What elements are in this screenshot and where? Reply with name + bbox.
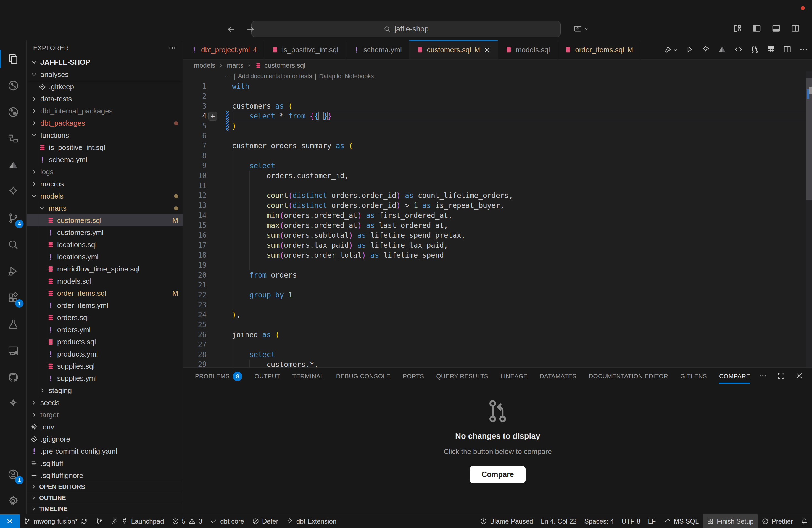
panel-tab-problems[interactable]: PROBLEMS 8: [195, 368, 242, 385]
status-blame[interactable]: Blame Paused: [476, 514, 537, 528]
tree-item-order_items.sql[interactable]: order_items.sqlM: [27, 287, 183, 299]
code-line-23[interactable]: 23: [184, 300, 812, 310]
status-encoding[interactable]: UTF-8: [618, 514, 644, 528]
tree-item-models.sql[interactable]: models.sql: [27, 275, 183, 287]
add-annotation-button[interactable]: +: [208, 112, 217, 121]
tree-item-.sqlfluff[interactable]: .sqlfluff: [27, 457, 183, 469]
close-panel-icon[interactable]: [795, 371, 804, 380]
activity-item-mountain[interactable]: [0, 152, 26, 178]
customize-layout-icon[interactable]: [733, 24, 742, 33]
activity-item-source-control[interactable]: 4: [0, 205, 26, 231]
code-line-16[interactable]: 16 sum(orders.subtotal) as lifetime_spen…: [184, 230, 812, 240]
tree-item-analyses[interactable]: analyses: [27, 69, 183, 80]
tree-item-.pre-commit-config.yaml[interactable]: .pre-commit-config.yaml: [27, 445, 183, 457]
tree-item-orders.yml[interactable]: orders.yml: [27, 324, 183, 336]
code-line-6[interactable]: 6: [184, 131, 812, 141]
tree-item-locations.sql[interactable]: locations.sql: [27, 239, 183, 251]
code-line-18[interactable]: 18 sum(orders.order_total) as lifetime_s…: [184, 250, 812, 260]
code-line-21[interactable]: 21: [184, 280, 812, 290]
status-git-graph[interactable]: [92, 514, 107, 528]
codelens-dots[interactable]: ⋯: [225, 73, 231, 80]
tree-item-products.sql[interactable]: products.sql: [27, 336, 183, 348]
panel-tab-lineage[interactable]: LINEAGE: [501, 368, 527, 385]
code-line-13[interactable]: 13 count(distinct orders.order_id) > 1 a…: [184, 201, 812, 210]
code-line-3[interactable]: 3 customers as (: [184, 101, 812, 111]
action-pr[interactable]: [750, 45, 759, 55]
tree-item-metricflow_time_spine.sql[interactable]: metricflow_time_spine.sql: [27, 263, 183, 275]
tree-item-orders.sql[interactable]: orders.sql: [27, 311, 183, 324]
code-line-7[interactable]: 7 customer_orders_summary as (: [184, 141, 812, 151]
tree-item-products.yml[interactable]: products.yml: [27, 348, 183, 360]
activity-item-dbt[interactable]: [0, 178, 26, 205]
activity-item-extensions[interactable]: 1: [0, 284, 26, 311]
tree-item-logs[interactable]: logs: [27, 166, 183, 178]
tree-item-.gitkeep[interactable]: .gitkeep: [27, 80, 183, 93]
tree-item-.gitignore[interactable]: .gitignore: [27, 433, 183, 445]
tree-item-target[interactable]: target: [27, 409, 183, 421]
tab-order_items.sql[interactable]: order_items.sql M: [557, 40, 640, 59]
command-center-search[interactable]: jaffle-shop: [251, 21, 561, 37]
activity-item-scm-circle[interactable]: [0, 72, 26, 99]
status-finish-setup[interactable]: Finish Setup: [702, 514, 757, 528]
activity-item-remote-explorer[interactable]: [0, 337, 26, 364]
code-line-12[interactable]: 12 count(distinct orders.order_id) as co…: [184, 191, 812, 201]
action-mountain[interactable]: [717, 45, 727, 55]
workspace-root-row[interactable]: JAFFLE-SHOP: [27, 56, 183, 69]
breadcrumb-item-marts[interactable]: marts: [227, 62, 243, 69]
action-split[interactable]: [783, 45, 792, 55]
panel-tab-datamates[interactable]: DATAMATES: [540, 368, 576, 385]
code-line-2[interactable]: 2: [184, 91, 812, 101]
toggle-secondary-sidebar-icon[interactable]: [791, 24, 800, 33]
code-line-29[interactable]: 29 customers.*,: [184, 360, 812, 367]
panel-tab-terminal[interactable]: TERMINAL: [292, 368, 324, 385]
breadcrumb-item-models[interactable]: models: [194, 62, 215, 69]
action-more[interactable]: [799, 45, 808, 55]
tab-schema.yml[interactable]: schema.yml: [346, 40, 409, 59]
status-defer[interactable]: Defer: [248, 514, 282, 528]
tree-item-is_positive_int.sql[interactable]: is_positive_int.sql: [27, 142, 183, 153]
status-dbt-core[interactable]: dbt core: [206, 514, 248, 528]
status-problems[interactable]: 53: [168, 514, 206, 528]
panel-tab-compare[interactable]: COMPARE: [719, 368, 750, 385]
activity-item-search[interactable]: [0, 231, 26, 258]
status-launchpad[interactable]: Launchpad: [107, 514, 168, 528]
action-codeIcon[interactable]: [734, 45, 743, 55]
code-line-26[interactable]: 26 joined as (: [184, 330, 812, 340]
code-line-5[interactable]: 5 ): [184, 121, 812, 131]
tab-models.sql[interactable]: models.sql: [498, 40, 557, 59]
code-line-28[interactable]: 28 select: [184, 350, 812, 360]
tree-item-staging[interactable]: staging: [27, 384, 183, 397]
activity-item-explorer[interactable]: [0, 46, 26, 72]
action-play[interactable]: [685, 45, 694, 55]
tree-item-dbt_packages[interactable]: dbt_packages: [27, 117, 183, 129]
forward-arrow-icon[interactable]: [246, 25, 255, 34]
code-line-24[interactable]: 24 ),: [184, 310, 812, 320]
activity-item-scm-circle-alt[interactable]: [0, 99, 26, 126]
compare-button[interactable]: Compare: [470, 466, 525, 483]
panel-more-icon[interactable]: [758, 371, 767, 380]
toggle-sidebar-icon[interactable]: [752, 24, 762, 33]
code-line-10[interactable]: 10 orders.customer_id,: [184, 171, 812, 180]
sidebar-section-open-editors[interactable]: OPEN EDITORS: [27, 481, 183, 492]
tree-item-.sqlfluffignore[interactable]: .sqlfluffignore: [27, 469, 183, 481]
tree-item-dbt_internal_packages[interactable]: dbt_internal_packages: [27, 105, 183, 117]
code-line-9[interactable]: 9 select: [184, 161, 812, 171]
tree-item-customers.sql[interactable]: customers.sqlM: [27, 214, 183, 226]
tab-customers.sql[interactable]: customers.sql M: [409, 40, 498, 59]
codelens-add-docs-link[interactable]: Add documentation or tests: [238, 73, 312, 80]
code-line-17[interactable]: 17 sum(orders.tax_paid) as lifetime_tax_…: [184, 240, 812, 250]
status-branch[interactable]: mwong-fusion*: [19, 514, 92, 528]
share-button[interactable]: [573, 24, 589, 33]
activity-item-settings[interactable]: [0, 488, 26, 514]
tree-item-supplies.sql[interactable]: supplies.sql: [27, 360, 183, 372]
tree-item-data-tests[interactable]: data-tests: [27, 93, 183, 105]
code-line-4[interactable]: 4 + select * from {{ }}: [184, 111, 812, 121]
status-cursor-position[interactable]: Ln 4, Col 22: [537, 514, 580, 528]
status-prettier[interactable]: Prettier: [758, 514, 797, 528]
action-build[interactable]: [663, 45, 678, 54]
sidebar-section-timeline[interactable]: TIMELINE: [27, 503, 183, 514]
tree-item-macros[interactable]: macros: [27, 178, 183, 190]
panel-tab-debug-console[interactable]: DEBUG CONSOLE: [336, 368, 391, 385]
activity-item-run-debug[interactable]: [0, 258, 26, 284]
status-notifications[interactable]: [797, 514, 812, 528]
